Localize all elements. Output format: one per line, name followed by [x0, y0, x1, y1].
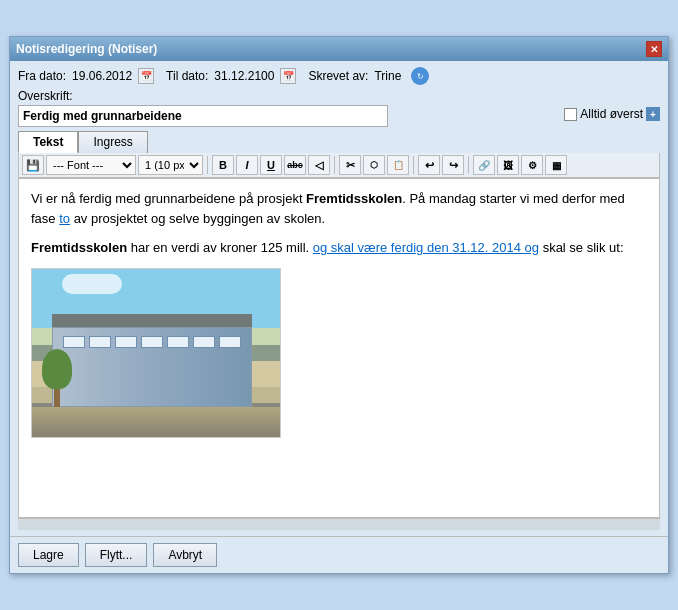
toolbar-sep-4 — [468, 156, 469, 174]
building-window — [89, 336, 111, 348]
alltid-col: Alltid øverst + — [564, 107, 660, 121]
building-window — [63, 336, 85, 348]
lagre-button[interactable]: Lagre — [18, 543, 79, 567]
add-icon[interactable]: + — [646, 107, 660, 121]
horizontal-scrollbar[interactable] — [18, 518, 660, 530]
copy-btn[interactable]: ⬡ — [363, 155, 385, 175]
tab-ingress[interactable]: Ingress — [78, 131, 147, 153]
fra-value: 19.06.2012 — [72, 69, 132, 83]
link-btn[interactable]: 🔗 — [473, 155, 495, 175]
fra-calendar-icon[interactable]: 📅 — [138, 68, 154, 84]
editor-paragraph-2: Fremtidsskolen har en verdi av kroner 12… — [31, 238, 647, 258]
tree-trunk — [54, 389, 60, 409]
cut-btn[interactable]: ✂ — [339, 155, 361, 175]
editor-area[interactable]: Vi er nå ferdig med grunnarbeidene på pr… — [18, 178, 660, 518]
bottom-bar: Lagre Flytt... Avbryt — [10, 536, 668, 573]
overskrift-row: Overskrift: Alltid øverst + — [18, 89, 660, 127]
sky-clouds — [62, 274, 122, 294]
eraser-btn[interactable]: ◁ — [308, 155, 330, 175]
avbryt-button[interactable]: Avbryt — [153, 543, 217, 567]
redo-btn[interactable]: ↪ — [442, 155, 464, 175]
tab-tekst[interactable]: Tekst — [18, 131, 78, 153]
window-content: Fra dato: 19.06.2012 📅 Til dato: 31.12.2… — [10, 61, 668, 536]
editor-text-p1a: Vi er nå ferdig med grunnarbeidene på pr… — [31, 191, 306, 206]
skrevet-value: Trine — [374, 69, 401, 83]
image-btn[interactable]: 🖼 — [497, 155, 519, 175]
notis-window: Notisredigering (Notiser) ✕ Fra dato: 19… — [9, 36, 669, 574]
editor-link-to: to — [59, 211, 70, 226]
editor-paragraph-1: Vi er nå ferdig med grunnarbeidene på pr… — [31, 189, 647, 228]
til-label: Til dato: — [166, 69, 208, 83]
editor-text-p1c: av prosjektet og selve byggingen av skol… — [70, 211, 325, 226]
editor-text-p2b: skal se slik ut: — [539, 240, 624, 255]
building-facade — [52, 327, 252, 407]
editor-toolbar: 💾 --- Font --- 1 (10 px) B I U abc ◁ ✂ ⬡… — [18, 153, 660, 178]
building-windows — [63, 336, 241, 348]
window-title: Notisredigering (Notiser) — [16, 42, 157, 56]
paste-btn[interactable]: 📋 — [387, 155, 409, 175]
overskrift-label: Overskrift: — [18, 89, 556, 103]
author-icon[interactable]: ↻ — [411, 67, 429, 85]
fra-label: Fra dato: — [18, 69, 66, 83]
tree-1 — [42, 349, 72, 409]
title-bar: Notisredigering (Notiser) ✕ — [10, 37, 668, 61]
toolbar-sep-2 — [334, 156, 335, 174]
editor-bold-fremtidsskolen-2: Fremtidsskolen — [31, 240, 127, 255]
building-window — [193, 336, 215, 348]
editor-text-p2a: har en verdi av kroner 125 mill. — [127, 240, 313, 255]
close-button[interactable]: ✕ — [646, 41, 662, 57]
building-window — [115, 336, 137, 348]
editor-bold-fremtidsskolen: Fremtidsskolen — [306, 191, 402, 206]
save-toolbar-btn[interactable]: 💾 — [22, 155, 44, 175]
flytt-button[interactable]: Flytt... — [85, 543, 148, 567]
table-btn[interactable]: ▦ — [545, 155, 567, 175]
til-value: 31.12.2100 — [214, 69, 274, 83]
undo-btn[interactable]: ↩ — [418, 155, 440, 175]
bold-btn[interactable]: B — [212, 155, 234, 175]
til-calendar-icon[interactable]: 📅 — [280, 68, 296, 84]
alltid-label: Alltid øverst — [580, 107, 643, 121]
overskrift-col: Overskrift: — [18, 89, 556, 127]
toolbar-sep-1 — [207, 156, 208, 174]
building-ground — [32, 407, 280, 437]
tabs-row: Tekst Ingress — [18, 131, 660, 153]
alltid-checkbox[interactable] — [564, 108, 577, 121]
building-window — [141, 336, 163, 348]
building-window — [167, 336, 189, 348]
toolbar-sep-3 — [413, 156, 414, 174]
italic-btn[interactable]: I — [236, 155, 258, 175]
size-select[interactable]: 1 (10 px) — [138, 155, 203, 175]
date-author-row: Fra dato: 19.06.2012 📅 Til dato: 31.12.2… — [18, 67, 660, 85]
font-select[interactable]: --- Font --- — [46, 155, 136, 175]
building-image — [31, 268, 281, 438]
settings-btn[interactable]: ⚙ — [521, 155, 543, 175]
underline-btn[interactable]: U — [260, 155, 282, 175]
skrevet-label: Skrevet av: — [308, 69, 368, 83]
overskrift-input[interactable] — [18, 105, 388, 127]
building-window — [219, 336, 241, 348]
editor-link-ferdig: og skal være ferdig den 31.12. 2014 og — [313, 240, 539, 255]
strikethrough-btn[interactable]: abc — [284, 155, 306, 175]
tree-top — [42, 349, 72, 389]
